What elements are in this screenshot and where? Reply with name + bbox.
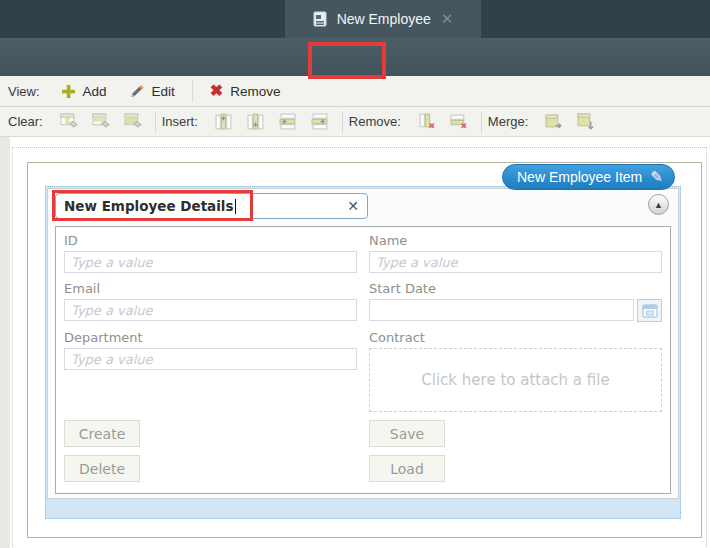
tab-close-icon[interactable]: ✕ <box>441 10 454 28</box>
field-name: Name <box>369 233 662 273</box>
toolbar-separator <box>342 111 343 133</box>
save-button[interactable]: Save <box>369 420 445 447</box>
field-department: Department <box>64 330 357 412</box>
add-button[interactable]: Add <box>50 78 118 104</box>
edit-pencil-icon: ✎ <box>650 168 663 186</box>
text-caret <box>235 199 236 214</box>
field-contract-label: Contract <box>369 330 662 345</box>
field-name-label: Name <box>369 233 662 248</box>
view-toolbar-label: View: <box>8 84 40 99</box>
form-fields-area: ID Name Email Start Date <box>55 226 671 494</box>
field-contract: Contract Click here to attach a file <box>369 330 662 412</box>
field-start-date-label: Start Date <box>369 281 662 296</box>
toolbar-separator <box>192 80 193 102</box>
edit-pencil-icon <box>129 84 145 99</box>
merge-down-icon[interactable] <box>577 113 595 130</box>
section-menu-bar: GENERAL LAYOUT PARAMETERS RULES <box>0 38 710 76</box>
app-window: New Employee ✕ GENERAL LAYOUT PARAMETERS… <box>0 0 710 548</box>
field-start-date: Start Date <box>369 281 662 322</box>
document-icon <box>313 11 327 27</box>
clear-table-icon[interactable] <box>124 113 142 130</box>
form-title-input[interactable]: New Employee Details ✕ <box>55 193 368 219</box>
field-id-label: ID <box>64 233 357 248</box>
calendar-icon <box>642 304 658 318</box>
merge-group-label: Merge: <box>488 114 528 129</box>
remove-row-icon[interactable] <box>450 113 468 130</box>
toolbar-separator <box>481 111 482 133</box>
collapse-arrow-icon: ▲ <box>654 200 663 210</box>
edit-button[interactable]: Edit <box>118 78 186 104</box>
attach-file-dropzone[interactable]: Click here to attach a file <box>369 348 662 412</box>
insert-row-below-icon[interactable] <box>311 113 329 130</box>
field-email: Email <box>64 281 357 322</box>
collapse-button[interactable]: ▲ <box>648 194 669 215</box>
toolbar-separator <box>155 111 156 133</box>
remove-column-icon[interactable] <box>418 113 436 130</box>
date-picker-button[interactable] <box>637 299 662 322</box>
field-id: ID <box>64 233 357 273</box>
document-tab[interactable]: New Employee ✕ <box>285 0 481 38</box>
load-button[interactable]: Load <box>369 455 445 482</box>
delete-button[interactable]: Delete <box>64 455 140 482</box>
field-email-label: Email <box>64 281 357 296</box>
field-department-input[interactable] <box>64 348 357 370</box>
clear-group-label: Clear: <box>8 114 43 129</box>
insert-column-after-icon[interactable] <box>247 113 265 130</box>
form-widget-selection[interactable]: New Employee Details ✕ ▲ ID Name Email <box>45 186 681 519</box>
table-toolbar: Clear: Insert: <box>0 107 710 137</box>
field-start-date-input[interactable] <box>369 299 634 321</box>
item-badge-label: New Employee Item <box>517 169 642 185</box>
tab-title: New Employee <box>337 11 431 27</box>
form-title-close-icon[interactable]: ✕ <box>347 198 359 214</box>
field-department-label: Department <box>64 330 357 345</box>
field-id-input[interactable] <box>64 251 357 273</box>
merge-right-icon[interactable] <box>545 113 563 130</box>
add-plus-icon <box>61 84 76 99</box>
document-tab-bar: New Employee ✕ <box>0 0 710 38</box>
field-email-input[interactable] <box>64 299 357 321</box>
workspace-gutter <box>0 137 10 548</box>
insert-group-label: Insert: <box>162 114 198 129</box>
field-name-input[interactable] <box>369 251 662 273</box>
insert-row-above-icon[interactable] <box>279 113 297 130</box>
create-button[interactable]: Create <box>64 420 140 447</box>
remove-button[interactable]: ✖ Remove <box>199 78 292 104</box>
clear-row-icon[interactable] <box>92 113 110 130</box>
clear-column-icon[interactable] <box>60 113 78 130</box>
view-toolbar: View: Add Edit ✖ Remove <box>0 76 710 107</box>
remove-x-icon: ✖ <box>210 83 223 99</box>
form-title-text: New Employee Details <box>64 198 234 214</box>
item-badge[interactable]: New Employee Item ✎ <box>502 164 675 190</box>
insert-column-before-icon[interactable] <box>215 113 233 130</box>
form-widget-panel: New Employee Details ✕ ▲ ID Name Email <box>47 188 679 499</box>
remove-group-label: Remove: <box>349 114 401 129</box>
